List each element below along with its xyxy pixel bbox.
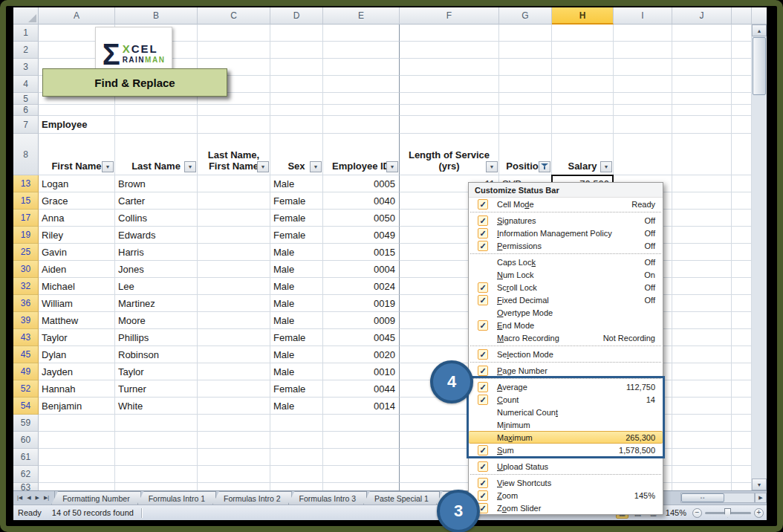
cell-C52[interactable] (198, 380, 270, 398)
cell-K8[interactable] (732, 134, 752, 175)
cell-C32[interactable] (198, 278, 270, 295)
cell-C61[interactable] (198, 449, 270, 466)
cell-A36[interactable]: William (39, 295, 115, 312)
cell-D49[interactable]: Male (270, 363, 323, 380)
cell-C39[interactable] (198, 312, 270, 329)
cell-B60[interactable] (115, 432, 198, 449)
cell-E19[interactable]: 0049 (323, 227, 400, 244)
cell-A49[interactable]: Jayden (39, 363, 115, 380)
hscroll-thumb[interactable]: ▪▪ (681, 493, 724, 502)
cell-A61[interactable] (39, 449, 115, 466)
cell-E8[interactable]: Employee ID▼ (323, 134, 400, 175)
cell-D4[interactable] (270, 76, 323, 93)
cell-H2[interactable] (552, 42, 614, 59)
cell-E45[interactable]: 0020 (323, 346, 400, 363)
cell-C2[interactable] (198, 42, 270, 59)
cell-E32[interactable]: 0024 (323, 278, 400, 295)
row-header-17[interactable]: 17 (13, 210, 39, 227)
row-header-1[interactable]: 1 (13, 25, 39, 42)
cell-C62[interactable] (198, 466, 270, 483)
cell-E43[interactable]: 0045 (323, 329, 400, 346)
cell-K52[interactable] (732, 380, 752, 398)
cell-J5[interactable] (672, 93, 732, 105)
cell-C1[interactable] (198, 25, 270, 42)
row-header-45[interactable]: 45 (13, 346, 39, 363)
menu-item-count[interactable]: ✓Count14 (469, 393, 663, 406)
cell-K30[interactable] (732, 261, 752, 278)
zoom-out-button[interactable]: − (692, 508, 702, 518)
cell-K62[interactable] (732, 466, 752, 483)
cell-H8[interactable]: Salary▼ (552, 134, 614, 175)
cell-D13[interactable]: Male (270, 175, 323, 192)
cell-G7[interactable] (499, 116, 552, 134)
cell-C43[interactable] (198, 329, 270, 346)
row-header-32[interactable]: 32 (13, 278, 39, 295)
row-header-8[interactable]: 8 (13, 134, 39, 175)
cell-C36[interactable] (198, 295, 270, 312)
cell-B59[interactable] (115, 415, 198, 432)
horizontal-scrollbar[interactable]: ▪▪ ▶ (680, 491, 767, 505)
cell-J45[interactable] (672, 346, 732, 363)
column-header-F[interactable]: F (400, 7, 499, 25)
cell-A25[interactable]: Gavin (39, 244, 115, 261)
cell-K5[interactable] (732, 93, 752, 105)
filter-dropdown-button[interactable]: ▼ (486, 161, 498, 172)
menu-item-scroll-lock[interactable]: ✓Scroll LockOff (469, 281, 663, 293)
cell-J59[interactable] (672, 415, 732, 432)
row-header-52[interactable]: 52 (13, 380, 39, 398)
cell-D8[interactable]: Sex▼ (270, 134, 323, 175)
cell-D1[interactable] (270, 25, 323, 42)
cell-E59[interactable] (323, 415, 400, 432)
vscroll-up-arrow[interactable]: ▲ (752, 25, 767, 36)
cell-A45[interactable]: Dylan (39, 346, 115, 363)
menu-item-caps-lock[interactable]: Caps LockOff (469, 256, 663, 268)
menu-item-minimum[interactable]: Minimum (469, 418, 663, 431)
row-header-63[interactable]: 63 (13, 483, 39, 490)
cell-E25[interactable]: 0015 (323, 244, 400, 261)
cell-J62[interactable] (672, 466, 732, 483)
cell-B43[interactable]: Phillips (115, 329, 198, 346)
cell-D30[interactable]: Male (270, 261, 323, 278)
cell-E17[interactable]: 0050 (323, 210, 400, 227)
cell-K63[interactable] (732, 483, 752, 490)
column-header-C[interactable]: C (198, 7, 270, 25)
cell-F3[interactable] (400, 59, 499, 76)
cell-K1[interactable] (732, 25, 752, 42)
cell-E13[interactable]: 0005 (323, 175, 400, 192)
cell-J63[interactable] (672, 483, 732, 490)
column-header-G[interactable]: G (499, 7, 552, 25)
cell-J43[interactable] (672, 329, 732, 346)
zoom-level-label[interactable]: 145% (663, 508, 689, 517)
cell-B15[interactable]: Carter (115, 192, 198, 210)
column-header-I[interactable]: I (614, 7, 672, 25)
cell-D7[interactable] (270, 116, 323, 134)
cell-H5[interactable] (552, 93, 614, 105)
cell-K43[interactable] (732, 329, 752, 346)
cell-E1[interactable] (323, 25, 400, 42)
cell-A32[interactable]: Michael (39, 278, 115, 295)
cell-C15[interactable] (198, 192, 270, 210)
cell-A43[interactable]: Taylor (39, 329, 115, 346)
cell-E61[interactable] (323, 449, 400, 466)
cell-B13[interactable]: Brown (115, 175, 198, 192)
menu-item-zoom[interactable]: ✓Zoom145% (469, 489, 663, 502)
cell-E62[interactable] (323, 466, 400, 483)
cell-D15[interactable]: Female (270, 192, 323, 210)
cell-J3[interactable] (672, 59, 732, 76)
cell-C7[interactable] (198, 116, 270, 134)
filter-dropdown-button[interactable]: ▼ (386, 161, 398, 172)
cell-A6[interactable] (39, 105, 115, 116)
cell-D2[interactable] (270, 42, 323, 59)
cell-A62[interactable] (39, 466, 115, 483)
row-header-7[interactable]: 7 (13, 116, 39, 134)
cell-B30[interactable]: Jones (115, 261, 198, 278)
cell-C63[interactable] (198, 483, 270, 490)
row-header-15[interactable]: 15 (13, 192, 39, 210)
cell-B52[interactable]: Turner (115, 380, 198, 398)
sheet-tab-formulas-intro-1[interactable]: Formulas Intro 1 (137, 491, 216, 505)
cell-I6[interactable] (614, 105, 672, 116)
cell-D60[interactable] (270, 432, 323, 449)
cell-I5[interactable] (614, 93, 672, 105)
menu-item-information-management-policy[interactable]: ✓Information Management PolicyOff (469, 227, 663, 239)
menu-item-permissions[interactable]: ✓PermissionsOff (469, 239, 663, 252)
